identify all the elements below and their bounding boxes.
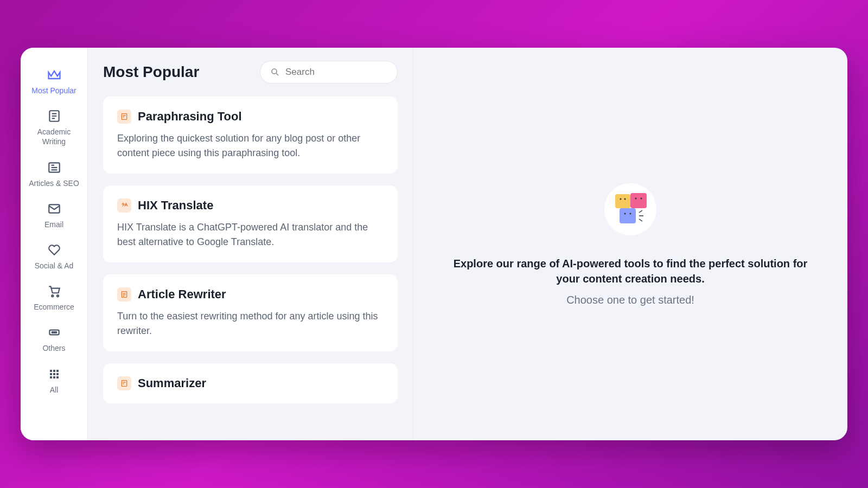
sidebar-item-label: All: [50, 385, 59, 395]
svg-rect-37: [615, 194, 630, 208]
detail-panel: Explore our range of AI-powered tools to…: [413, 48, 847, 440]
svg-rect-23: [56, 376, 59, 378]
rewrite-icon: [117, 287, 131, 301]
detail-subheading: Choose one to get started!: [566, 294, 694, 306]
sidebar-item-label: Articles & SEO: [29, 178, 79, 188]
svg-point-12: [52, 332, 53, 333]
svg-line-25: [276, 73, 278, 75]
list-header: Most Popular: [103, 61, 398, 84]
svg-point-13: [53, 332, 54, 333]
more-icon: [47, 325, 62, 340]
svg-rect-18: [50, 373, 52, 375]
sidebar-item-most-popular[interactable]: Most Popular: [21, 61, 87, 102]
svg-point-24: [272, 69, 277, 74]
summarize-icon: [117, 376, 131, 390]
doc-lines-icon: [47, 108, 62, 124]
tool-title: Paraphrasing Tool: [138, 110, 242, 124]
svg-rect-15: [50, 370, 52, 372]
svg-point-45: [630, 213, 631, 214]
translate-icon: [117, 198, 131, 213]
sidebar-item-label: Most Popular: [31, 86, 76, 95]
crown-icon: [47, 67, 62, 82]
sidebar-item-ecommerce[interactable]: Ecommerce: [21, 277, 87, 318]
svg-point-41: [624, 198, 626, 200]
search-box[interactable]: [260, 61, 398, 84]
svg-point-44: [624, 213, 626, 214]
tool-card-header: Summarizer: [117, 376, 384, 390]
page-title: Most Popular: [103, 63, 199, 81]
paraphrase-icon: [117, 110, 131, 124]
svg-point-40: [620, 198, 622, 200]
newspaper-icon: [47, 160, 62, 175]
tool-title: Summarizer: [138, 376, 206, 390]
svg-rect-39: [620, 208, 636, 223]
mail-icon: [47, 201, 62, 216]
tool-card-article-rewriter[interactable]: Article Rewriter Turn to the easiest rew…: [103, 274, 398, 351]
sidebar-item-label: Social & Ad: [35, 261, 74, 271]
sidebar-item-email[interactable]: Email: [21, 195, 87, 236]
tool-description: Exploring the quickest solution for any …: [117, 131, 384, 160]
search-icon: [270, 67, 280, 77]
sidebar-item-articles-seo[interactable]: Articles & SEO: [21, 153, 87, 195]
tool-description: HIX Translate is a ChatGPT-powered AI tr…: [117, 220, 384, 249]
tool-list: Paraphrasing Tool Exploring the quickest…: [103, 97, 398, 403]
puzzle-illustration: [603, 182, 658, 236]
svg-rect-21: [50, 376, 52, 378]
cart-icon: [47, 284, 62, 299]
sidebar-item-social-ad[interactable]: Social & Ad: [21, 236, 87, 277]
tool-title: HIX Translate: [138, 198, 213, 213]
tool-card-paraphrasing[interactable]: Paraphrasing Tool Exploring the quickest…: [103, 97, 398, 174]
sidebar-item-label: Email: [44, 220, 63, 229]
svg-rect-38: [630, 193, 647, 208]
tool-card-header: Paraphrasing Tool: [117, 110, 384, 124]
app-window: Most Popular Academic Writing Articles &…: [21, 48, 847, 440]
svg-point-9: [52, 295, 53, 297]
sidebar-item-others[interactable]: Others: [21, 318, 87, 359]
tool-title: Article Rewriter: [138, 287, 226, 301]
sidebar-item-label: Others: [42, 343, 65, 353]
grid-icon: [47, 367, 62, 382]
svg-point-14: [55, 332, 56, 333]
svg-point-10: [56, 295, 58, 297]
sidebar-item-all[interactable]: All: [21, 360, 87, 401]
svg-rect-19: [53, 373, 55, 375]
svg-point-43: [641, 197, 642, 199]
sidebar-item-label: Academic Writing: [25, 127, 83, 146]
tool-card-summarizer[interactable]: Summarizer: [103, 363, 398, 403]
sidebar-item-label: Ecommerce: [34, 302, 74, 312]
search-input[interactable]: [285, 67, 400, 78]
svg-rect-22: [53, 376, 55, 378]
tool-description: Turn to the easiest rewriting method for…: [117, 309, 384, 338]
svg-point-42: [635, 197, 637, 199]
svg-rect-16: [53, 370, 55, 372]
detail-heading: Explore our range of AI-powered tools to…: [451, 256, 809, 286]
tool-card-header: HIX Translate: [117, 198, 384, 213]
tool-card-hix-translate[interactable]: HIX Translate HIX Translate is a ChatGPT…: [103, 185, 398, 262]
sidebar: Most Popular Academic Writing Articles &…: [21, 48, 88, 440]
sidebar-item-academic-writing[interactable]: Academic Writing: [21, 102, 87, 153]
svg-rect-20: [56, 373, 59, 375]
tool-list-panel: Most Popular Paraphrasing Tool Exploring…: [88, 48, 413, 440]
heart-icon: [47, 242, 62, 258]
svg-rect-17: [56, 370, 59, 372]
tool-card-header: Article Rewriter: [117, 287, 384, 301]
